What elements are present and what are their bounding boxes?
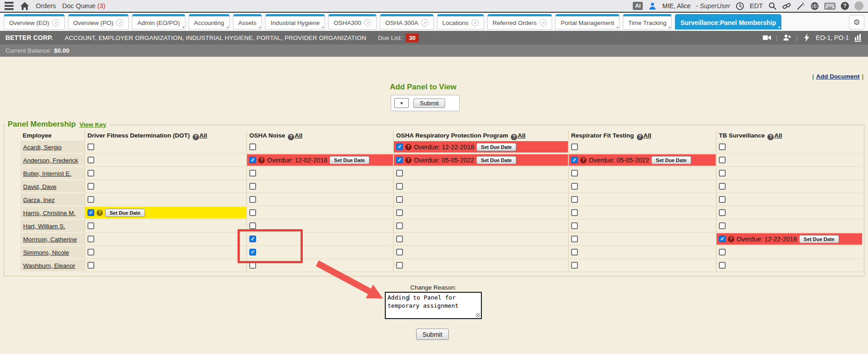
panel-checkbox[interactable] — [396, 209, 403, 216]
user-name[interactable]: MIE, Alice — [662, 2, 690, 10]
set-due-date-button[interactable]: Set Due Date — [476, 143, 516, 151]
video-camera-icon[interactable] — [762, 33, 771, 42]
panel-checkbox[interactable]: ✓ — [396, 143, 403, 150]
panel-checkbox[interactable] — [87, 222, 94, 229]
panel-checkbox[interactable] — [87, 249, 94, 256]
search-icon[interactable] — [768, 2, 777, 10]
panel-checkbox[interactable] — [87, 236, 94, 242]
tab-accounting[interactable]: Accounting — [189, 14, 230, 30]
panel-checkbox[interactable] — [396, 196, 403, 203]
bar-chart-icon[interactable] — [853, 33, 863, 42]
tab-surveillance-panel-membership[interactable]: Surveillance:Panel Membership — [675, 14, 781, 30]
panel-checkbox[interactable] — [571, 262, 578, 269]
set-due-date-button[interactable]: Set Due Date — [105, 209, 145, 217]
panel-checkbox[interactable] — [249, 183, 256, 190]
panel-checkbox[interactable] — [87, 262, 94, 269]
add-document-link[interactable]: Add Document — [816, 73, 859, 80]
panel-checkbox[interactable]: ✓ — [719, 236, 726, 242]
help-icon[interactable]: ? — [580, 157, 587, 163]
lightning-icon[interactable] — [802, 33, 811, 42]
panel-checkbox[interactable] — [719, 183, 726, 190]
panel-checkbox[interactable] — [249, 170, 256, 177]
panel-checkbox[interactable] — [719, 157, 726, 163]
panel-checkbox[interactable] — [87, 183, 94, 190]
set-due-date-button[interactable]: Set Due Date — [651, 156, 691, 164]
panel-checkbox[interactable] — [571, 170, 578, 177]
ai-badge[interactable]: AI — [633, 2, 643, 10]
help-icon[interactable]: ? — [193, 134, 199, 140]
panel-checkbox[interactable] — [249, 143, 256, 150]
panel-checkbox[interactable] — [719, 209, 726, 216]
panel-checkbox[interactable] — [571, 209, 578, 216]
panel-checkbox[interactable] — [396, 262, 403, 269]
panel-checkbox[interactable] — [571, 236, 578, 242]
employee-link[interactable]: Morrison, Catherine — [23, 236, 77, 243]
due-list-count-badge[interactable]: 30 — [406, 34, 418, 42]
panel-checkbox[interactable] — [719, 262, 726, 269]
help-icon[interactable]: ? — [405, 157, 412, 163]
link-icon[interactable] — [782, 2, 791, 10]
view-key-link[interactable]: View Key — [79, 121, 106, 128]
keyboard-icon[interactable] — [824, 2, 835, 10]
panel-checkbox[interactable] — [396, 222, 403, 229]
entity-shortcut[interactable]: EO-1, PO-1 — [816, 34, 849, 41]
submit-changes-button[interactable]: Submit — [416, 329, 449, 340]
panel-checkbox[interactable]: ✓ — [571, 157, 578, 163]
select-all-link[interactable]: All — [518, 132, 525, 139]
tab-locations[interactable]: Locations↗ — [437, 14, 484, 30]
employee-link[interactable]: Anderson, Frederick — [23, 157, 78, 164]
help-icon[interactable]: ? — [258, 157, 265, 163]
tab-industrial-hygiene[interactable]: Industrial Hygiene — [265, 14, 325, 30]
select-all-link[interactable]: All — [199, 132, 207, 139]
help-icon[interactable]: ? — [637, 134, 643, 140]
panel-checkbox[interactable] — [719, 222, 726, 229]
tab-overview-po[interactable]: Overview (PO)↗ — [68, 14, 129, 30]
help-icon[interactable]: ? — [511, 134, 517, 140]
employee-link[interactable]: Acardi, Sergio — [23, 144, 62, 151]
panel-checkbox[interactable] — [249, 262, 256, 269]
panel-checkbox[interactable] — [87, 170, 94, 177]
help-icon[interactable]: ? — [841, 2, 849, 10]
employee-link[interactable]: Hart, William S. — [23, 223, 65, 230]
panel-checkbox[interactable] — [249, 209, 256, 216]
employee-link[interactable]: David, Dave — [23, 183, 57, 190]
panel-checkbox[interactable] — [396, 249, 403, 256]
tab-referred-orders[interactable]: Referred Orders↗ — [487, 14, 553, 30]
wand-icon[interactable] — [796, 2, 805, 10]
help-icon[interactable]: ? — [728, 236, 734, 242]
hamburger-menu-icon[interactable] — [5, 2, 14, 10]
globe-icon[interactable] — [810, 2, 819, 10]
select-all-link[interactable]: All — [774, 132, 782, 139]
tab-assets[interactable]: Assets — [233, 14, 262, 30]
tab-osha-300a[interactable]: OSHA 300A↗ — [380, 14, 434, 30]
add-user-icon[interactable] — [782, 33, 791, 42]
panel-checkbox[interactable] — [719, 143, 726, 150]
panel-checkbox[interactable] — [249, 222, 256, 229]
employee-link[interactable]: Washburn, Eleanor — [23, 262, 75, 269]
panel-checkbox[interactable]: ✓ — [87, 209, 94, 216]
select-all-link[interactable]: All — [644, 132, 651, 139]
panel-checkbox[interactable] — [719, 170, 726, 177]
panel-checkbox[interactable]: ✓ — [249, 249, 256, 256]
company-name[interactable]: BETTER CORP. — [5, 34, 53, 41]
set-due-date-button[interactable]: Set Due Date — [799, 235, 839, 243]
add-panel-submit-button[interactable]: Submit — [413, 98, 445, 108]
panel-checkbox[interactable] — [396, 170, 403, 177]
panel-checkbox[interactable] — [87, 143, 94, 150]
set-due-date-button[interactable]: Set Due Date — [476, 156, 516, 164]
menu-orders[interactable]: Orders — [36, 2, 56, 10]
help-icon[interactable]: ? — [288, 134, 294, 140]
employee-link[interactable]: Butler, Internist E. — [23, 170, 72, 177]
panel-checkbox[interactable] — [571, 249, 578, 256]
panel-checkbox[interactable] — [571, 183, 578, 190]
help-icon[interactable]: ? — [405, 144, 412, 150]
tab-settings-button[interactable]: ⚙ — [849, 15, 864, 30]
tab-osha300[interactable]: OSHA300↗ — [328, 14, 377, 30]
panel-checkbox[interactable]: ✓ — [249, 236, 256, 242]
set-due-date-button[interactable]: Set Due Date — [330, 156, 369, 164]
panel-checkbox[interactable] — [719, 196, 726, 203]
change-reason-textarea[interactable]: Adding to Panel for temporary assignment — [385, 292, 482, 319]
panel-checkbox[interactable] — [249, 196, 256, 203]
tab-overview-eo[interactable]: Overview (EO)↗ — [4, 14, 65, 30]
menu-doc-queue[interactable]: Doc Queue (3) — [62, 2, 105, 10]
